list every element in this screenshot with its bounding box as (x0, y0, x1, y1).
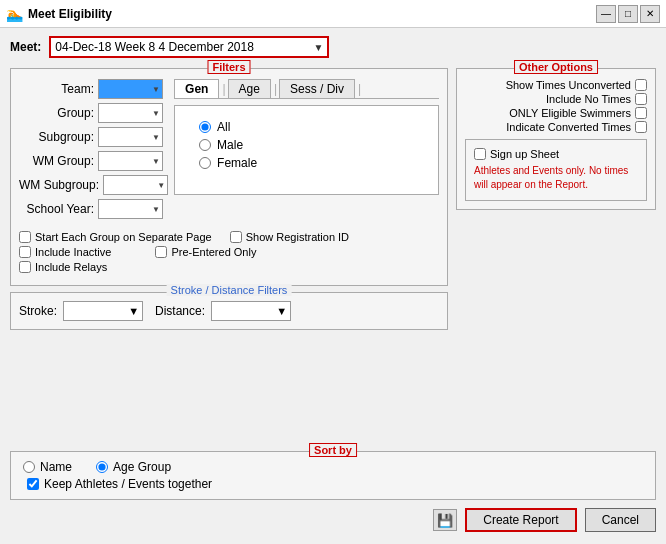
other-options-list: Show Times Unconverted Include No Times … (465, 79, 647, 133)
main-window: 🏊 Meet Eligibility — □ ✕ Meet: 04-Dec-18… (0, 0, 666, 544)
stroke-label: Stroke: (19, 304, 57, 318)
start-each-group-label: Start Each Group on Separate Page (35, 231, 212, 243)
show-registration-id-checkbox[interactable] (230, 231, 242, 243)
left-panel: Filters Team: ▼ (10, 68, 448, 445)
filters-box: Filters Team: ▼ (10, 68, 448, 286)
meet-dropdown[interactable]: 04-Dec-18 Week 8 4 December 2018 ▼ (49, 36, 329, 58)
right-panel: Other Options Show Times Unconverted Inc… (456, 68, 656, 445)
sort-age-group-radio[interactable] (96, 461, 108, 473)
radio-male-label: Male (217, 138, 243, 152)
indicate-converted-times-row: Indicate Converted Times (465, 121, 647, 133)
school-year-field-row: School Year: ▼ (19, 199, 168, 219)
pre-entered-only-checkbox[interactable] (155, 246, 167, 258)
main-row: Filters Team: ▼ (10, 68, 656, 445)
keep-together-row: Keep Athletes / Events together (23, 474, 647, 491)
minimize-button[interactable]: — (596, 5, 616, 23)
subgroup-field-row: Subgroup: ▼ (19, 127, 168, 147)
show-registration-id-label: Show Registration ID (246, 231, 349, 243)
stroke-distance-content: Stroke: ▼ Distance: ▼ (19, 301, 439, 321)
wm-group-label: WM Group: (19, 154, 94, 168)
team-select[interactable]: ▼ (98, 79, 163, 99)
save-icon-button[interactable]: 💾 (433, 509, 457, 531)
meet-label: Meet: (10, 40, 41, 54)
radio-male-row: Male (199, 138, 414, 152)
signup-sheet-row: Sign up Sheet (474, 148, 638, 160)
team-group-fields: Team: ▼ Group: ▼ (19, 79, 168, 219)
radio-all-label: All (217, 120, 230, 134)
stroke-distance-label: Stroke / Distance Filters (167, 284, 292, 296)
include-relays-checkbox[interactable] (19, 261, 31, 273)
wm-group-field-row: WM Group: ▼ (19, 151, 168, 171)
only-eligible-swimmers-row: ONLY Eligible Swimmers (465, 107, 647, 119)
show-times-unconverted-checkbox[interactable] (635, 79, 647, 91)
window-controls: — □ ✕ (596, 5, 660, 23)
radio-female[interactable] (199, 157, 211, 169)
distance-arrow: ▼ (276, 305, 287, 317)
radio-female-row: Female (199, 156, 414, 170)
wm-subgroup-field-row: WM Subgroup: ▼ (19, 175, 168, 195)
close-button[interactable]: ✕ (640, 5, 660, 23)
wm-subgroup-label: WM Subgroup: (19, 178, 99, 192)
include-no-times-checkbox[interactable] (635, 93, 647, 105)
school-year-select[interactable]: ▼ (98, 199, 163, 219)
group-field-row: Group: ▼ (19, 103, 168, 123)
school-year-arrow: ▼ (152, 205, 160, 214)
team-field-row: Team: ▼ (19, 79, 168, 99)
group-label: Group: (19, 106, 94, 120)
other-options-box: Other Options Show Times Unconverted Inc… (456, 68, 656, 210)
pre-entered-only-label: Pre-Entered Only (171, 246, 256, 258)
radio-all[interactable] (199, 121, 211, 133)
app-icon: 🏊 (6, 6, 22, 22)
include-relays-row: Include Relays (19, 261, 439, 273)
radio-male[interactable] (199, 139, 211, 151)
distance-select[interactable]: ▼ (211, 301, 291, 321)
stroke-arrow: ▼ (128, 305, 139, 317)
maximize-button[interactable]: □ (618, 5, 638, 23)
create-report-button[interactable]: Create Report (465, 508, 576, 532)
school-year-label: School Year: (19, 202, 94, 216)
action-row: 💾 Create Report Cancel (10, 504, 656, 536)
window-title: Meet Eligibility (28, 7, 596, 21)
include-no-times-row: Include No Times (465, 93, 647, 105)
signup-sheet-label: Sign up Sheet (490, 148, 559, 160)
show-times-unconverted-label: Show Times Unconverted (506, 79, 631, 91)
indicate-converted-times-checkbox[interactable] (635, 121, 647, 133)
stroke-field: Stroke: ▼ (19, 301, 143, 321)
meet-value: 04-Dec-18 Week 8 4 December 2018 (55, 40, 254, 54)
group-select[interactable]: ▼ (98, 103, 163, 123)
keep-together-label: Keep Athletes / Events together (44, 477, 212, 491)
cancel-button[interactable]: Cancel (585, 508, 656, 532)
radio-female-label: Female (217, 156, 257, 170)
subgroup-select[interactable]: ▼ (98, 127, 163, 147)
group-arrow: ▼ (152, 109, 160, 118)
start-each-group-checkbox[interactable] (19, 231, 31, 243)
wm-subgroup-select[interactable]: ▼ (103, 175, 168, 195)
extra-checks: Start Each Group on Separate Page Show R… (19, 227, 439, 277)
wm-group-select[interactable]: ▼ (98, 151, 163, 171)
sort-name-label: Name (40, 460, 72, 474)
distance-field: Distance: ▼ (155, 301, 291, 321)
stroke-select[interactable]: ▼ (63, 301, 143, 321)
subgroup-label: Subgroup: (19, 130, 94, 144)
keep-together-checkbox[interactable] (27, 478, 39, 490)
include-inactive-checkbox[interactable] (19, 246, 31, 258)
filters-label: Filters (207, 60, 250, 74)
tab-age[interactable]: Age (228, 79, 271, 98)
tab-sess-div[interactable]: Sess / Div (279, 79, 355, 98)
other-options-label: Other Options (514, 60, 598, 74)
wm-subgroup-arrow: ▼ (157, 181, 165, 190)
tab-gen[interactable]: Gen (174, 79, 219, 98)
content-area: Meet: 04-Dec-18 Week 8 4 December 2018 ▼… (0, 28, 666, 544)
tabs-body: All Male Female (174, 105, 439, 195)
stroke-distance-box: Stroke / Distance Filters Stroke: ▼ Dist… (10, 292, 448, 330)
radio-all-row: All (199, 120, 414, 134)
start-each-group-row: Start Each Group on Separate Page Show R… (19, 231, 439, 243)
gender-radio-group: All Male Female (179, 110, 434, 180)
signup-box: Sign up Sheet Athletes and Events only. … (465, 139, 647, 201)
sort-content: Name Age Group (23, 460, 647, 474)
only-eligible-swimmers-checkbox[interactable] (635, 107, 647, 119)
signup-note: Athletes and Events only. No times will … (474, 164, 638, 192)
include-no-times-label: Include No Times (546, 93, 631, 105)
signup-sheet-checkbox[interactable] (474, 148, 486, 160)
sort-name-radio[interactable] (23, 461, 35, 473)
